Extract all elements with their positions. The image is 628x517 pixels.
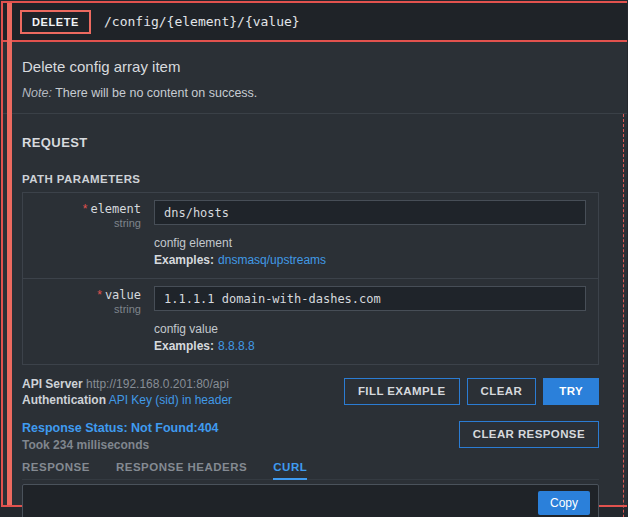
- response-tabs: RESPONSE RESPONSE HEADERS CURL: [22, 461, 599, 480]
- param-label: *element string: [23, 193, 141, 278]
- param-element-input[interactable]: [154, 200, 586, 225]
- param-value-input[interactable]: [154, 286, 586, 311]
- endpoint-header[interactable]: DELETE /config/{element}/{value}: [3, 3, 627, 42]
- fill-example-button[interactable]: FILL EXAMPLE: [344, 378, 460, 405]
- authentication-label: Authentication: [22, 393, 106, 407]
- request-response-section: REQUEST PATH PARAMETERS *element string …: [3, 114, 624, 517]
- endpoint-note: Note: There will be no content on succes…: [22, 86, 607, 100]
- required-asterisk: *: [97, 288, 102, 302]
- path-parameters-table: *element string config element Examples:…: [22, 192, 599, 365]
- required-asterisk: *: [83, 202, 88, 216]
- api-key-link[interactable]: API Key (sid) in header: [109, 393, 232, 407]
- param-description: config element: [154, 236, 586, 250]
- server-info: API Server http://192.168.0.201:80/api A…: [22, 376, 232, 408]
- param-type: string: [23, 217, 141, 229]
- http-method-badge: DELETE: [20, 10, 91, 34]
- endpoint-path: /config/{element}/{value}: [104, 14, 300, 29]
- param-name: *element: [23, 202, 141, 216]
- request-buttons: FILL EXAMPLE CLEAR TRY: [344, 376, 599, 405]
- response-status-row: Response Status: Not Found:404 Took 234 …: [22, 421, 599, 452]
- param-main: config element Examples:dnsmasq/upstream…: [141, 193, 598, 278]
- copy-button[interactable]: Copy: [538, 491, 590, 515]
- example-link[interactable]: dnsmasq/upstreams: [218, 253, 326, 267]
- api-server-label: API Server: [22, 377, 83, 391]
- tab-response-headers[interactable]: RESPONSE HEADERS: [116, 461, 247, 480]
- response-took-text: Took 234 milliseconds: [22, 438, 219, 452]
- endpoint-summary: Delete config array item: [22, 58, 607, 75]
- param-description: config value: [154, 322, 586, 336]
- param-row-value: *value string config value Examples:8.8.…: [23, 278, 598, 364]
- response-status-text: Response Status: Not Found:404: [22, 421, 219, 435]
- example-link[interactable]: 8.8.8.8: [218, 339, 255, 353]
- api-server-url: http://192.168.0.201:80/api: [86, 377, 229, 391]
- param-name: *value: [23, 288, 141, 302]
- param-examples: Examples:8.8.8.8: [154, 339, 586, 353]
- note-label: Note:: [22, 86, 52, 100]
- examples-label: Examples:: [154, 253, 214, 267]
- server-and-actions-row: API Server http://192.168.0.201:80/api A…: [22, 376, 599, 408]
- endpoint-description: Delete config array item Note: There wil…: [3, 42, 627, 114]
- endpoint-panel: DELETE /config/{element}/{value} Delete …: [1, 1, 627, 507]
- clear-response-button[interactable]: CLEAR RESPONSE: [459, 421, 599, 448]
- api-doc-page: DELETE /config/{element}/{value} Delete …: [0, 0, 628, 517]
- response-status-block: Response Status: Not Found:404 Took 234 …: [22, 421, 219, 452]
- note-text: There will be no content on success.: [52, 86, 257, 100]
- clear-button[interactable]: CLEAR: [467, 378, 537, 405]
- param-examples: Examples:dnsmasq/upstreams: [154, 253, 586, 267]
- tab-curl[interactable]: CURL: [273, 461, 307, 480]
- param-row-element: *element string config element Examples:…: [23, 193, 598, 278]
- api-server-line: API Server http://192.168.0.201:80/api: [22, 376, 232, 392]
- param-label: *value string: [23, 279, 141, 364]
- method-accent-strip: [7, 3, 12, 505]
- curl-code-block: curl -X DELETE "http://192.168.0.201:80/…: [22, 484, 599, 517]
- path-parameters-title: PATH PARAMETERS: [22, 173, 599, 185]
- tab-response[interactable]: RESPONSE: [22, 461, 90, 480]
- param-type: string: [23, 303, 141, 315]
- authentication-line: Authentication API Key (sid) in header: [22, 392, 232, 408]
- param-main: config value Examples:8.8.8.8: [141, 279, 598, 364]
- try-button[interactable]: TRY: [543, 378, 599, 405]
- examples-label: Examples:: [154, 339, 214, 353]
- request-section-title: REQUEST: [22, 135, 599, 150]
